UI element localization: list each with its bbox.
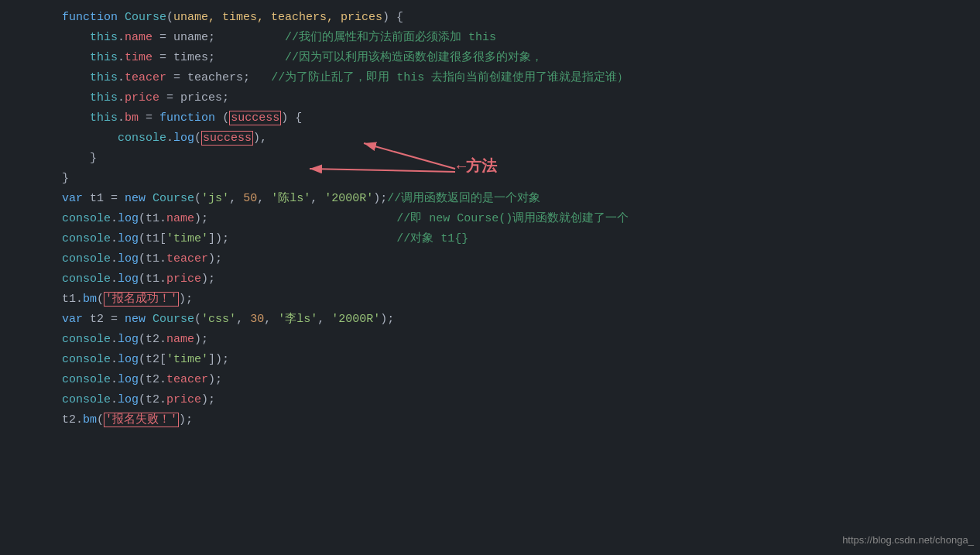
- watermark: https://blog.csdn.net/chonga_: [842, 533, 974, 549]
- code-line-19: console.log(t2.teacer);: [62, 370, 980, 390]
- code-line-18: console.log(t2['time']);: [62, 350, 980, 370]
- code-line-13: console.log(t1.teacer);: [62, 249, 980, 269]
- code-line-8: }: [62, 149, 980, 169]
- code-line-12: console.log(t1['time']); //对象 t1{}: [62, 229, 980, 249]
- code-line-15: t1.bm('报名成功！');: [62, 289, 980, 310]
- code-line-3: this.time = times; //因为可以利用该构造函数创建很多很多的对…: [62, 48, 980, 68]
- code-line-10: var t1 = new Course('js', 50, '陈ls', '20…: [62, 189, 980, 209]
- code-line-20: console.log(t2.price);: [62, 390, 980, 410]
- code-line-2: this.name = uname; //我们的属性和方法前面必须添加 this: [62, 28, 980, 48]
- code-line-17: console.log(t2.name);: [62, 330, 980, 350]
- code-line-11: console.log(t1.name); //即 new Course()调用…: [62, 209, 980, 229]
- code-line-9: }: [62, 169, 980, 189]
- code-line-4: this.teacer = teachers; //为了防止乱了，即用 this…: [62, 68, 980, 88]
- annotation-label: ←方法: [457, 155, 497, 180]
- code-line-5: this.price = prices;: [62, 88, 980, 108]
- code-line-21: t2.bm('报名失败！');: [62, 410, 980, 430]
- code-line-1: function Course(uname, times, teachers, …: [62, 8, 980, 28]
- code-line-14: console.log(t1.price);: [62, 269, 980, 289]
- code-line-16: var t2 = new Course('css', 30, '李ls', '2…: [62, 310, 980, 330]
- code-line-6: this.bm = function (success) {: [62, 108, 980, 128]
- code-line-7: console.log(success),: [62, 128, 980, 149]
- code-editor: function Course(uname, times, teachers, …: [0, 0, 980, 438]
